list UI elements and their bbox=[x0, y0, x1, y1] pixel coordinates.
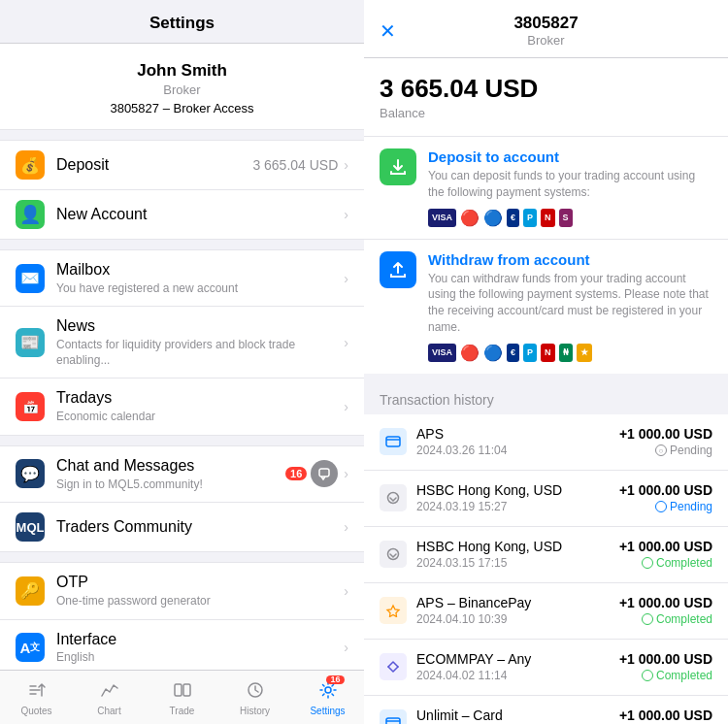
naira-icon-withdraw: ₦ bbox=[559, 344, 573, 362]
visa-icon-withdraw: VISA bbox=[428, 344, 456, 362]
profile-account: 3805827 – Broker Access bbox=[16, 101, 348, 115]
tx-dot-1 bbox=[655, 501, 667, 512]
profile-role: Broker bbox=[16, 82, 348, 97]
withdraw-payment-icons: VISA 🔴 🔵 € P N ₦ ★ bbox=[428, 344, 712, 362]
tx-content-3: APS – BinancePay 2024.04.10 10:39 bbox=[416, 595, 619, 626]
svg-rect-11 bbox=[386, 437, 400, 446]
deposit-value: 3 665.04 USD bbox=[252, 157, 338, 173]
broker-header: ✕ 3805827 Broker bbox=[364, 0, 728, 58]
menu-item-otp[interactable]: 🔑 OTP One-time password generator › bbox=[0, 563, 364, 619]
menu-item-mailbox[interactable]: ✉️ Mailbox You have registered a new acc… bbox=[0, 250, 364, 307]
tab-settings[interactable]: 16 Settings bbox=[291, 675, 364, 720]
interface-content: Interface English bbox=[56, 630, 344, 666]
svg-rect-8 bbox=[183, 684, 190, 696]
tx-content-2: HSBC Hong Kong, USD 2024.03.15 17:15 bbox=[416, 539, 619, 570]
interface-icon: A文 bbox=[16, 633, 45, 662]
chat-arrow: › bbox=[344, 466, 348, 481]
transaction-history-label: Transaction history bbox=[380, 392, 494, 408]
menu-section-1: 💰 Deposit 3 665.04 USD › 👤 New Account › bbox=[0, 140, 364, 240]
tx-right-3: +1 000.00 USD Completed bbox=[619, 595, 712, 626]
skrill-icon-deposit: S bbox=[559, 209, 573, 227]
tab-chart[interactable]: Chart bbox=[73, 675, 146, 720]
tab-trade[interactable]: Trade bbox=[146, 675, 218, 720]
settings-tab-icon: 16 bbox=[317, 679, 339, 704]
tx-dot-3 bbox=[642, 613, 653, 625]
tab-chart-label: Chart bbox=[97, 706, 120, 716]
tx-right-2: +1 000.00 USD Completed bbox=[619, 539, 712, 570]
deposit-action-icon bbox=[380, 148, 416, 185]
transaction-row-3[interactable]: APS – BinancePay 2024.04.10 10:39 +1 000… bbox=[364, 583, 728, 640]
tx-status-1: Pending bbox=[619, 500, 712, 513]
transaction-row-5[interactable]: Unlimit – Card 2024.04.02 11:13 +1 000.0… bbox=[364, 696, 728, 724]
menu-item-deposit[interactable]: 💰 Deposit 3 665.04 USD › bbox=[0, 141, 364, 190]
otp-icon: 🔑 bbox=[16, 576, 45, 606]
eu-icon-withdraw: € bbox=[507, 344, 519, 362]
chat-title: Chat and Messages bbox=[56, 456, 285, 477]
deposit-title: Deposit bbox=[56, 155, 252, 176]
transaction-row-1[interactable]: HSBC Hong Kong, USD 2024.03.19 15:27 +1 … bbox=[364, 471, 728, 527]
tab-quotes[interactable]: Quotes bbox=[0, 675, 73, 720]
menu-item-traders[interactable]: MQL Traders Community › bbox=[0, 503, 364, 551]
menu-item-new-account[interactable]: 👤 New Account › bbox=[0, 190, 364, 239]
tx-dot-4 bbox=[642, 670, 653, 681]
broker-header-text: 3805827 Broker bbox=[513, 14, 578, 48]
traders-icon: MQL bbox=[16, 512, 45, 542]
tx-date-3: 2024.04.10 10:39 bbox=[416, 612, 619, 626]
tx-icon-5 bbox=[380, 709, 407, 724]
tx-amount-1: +1 000.00 USD bbox=[619, 482, 712, 498]
settings-title: Settings bbox=[16, 14, 348, 33]
balance-card: 3 665.04 USD Balance bbox=[364, 58, 728, 137]
menu-item-chat[interactable]: 💬 Chat and Messages Sign in to MQL5.comm… bbox=[0, 446, 364, 503]
interface-arrow: › bbox=[344, 640, 348, 655]
transaction-row-2[interactable]: HSBC Hong Kong, USD 2024.03.15 17:15 +1 … bbox=[364, 527, 728, 583]
transaction-row-4[interactable]: ECOMMPAY – Any 2024.04.02 11:14 +1 000.0… bbox=[364, 640, 728, 696]
tab-history[interactable]: History bbox=[218, 675, 291, 720]
menu-item-interface[interactable]: A文 Interface English › bbox=[0, 620, 364, 670]
tx-icon-3 bbox=[380, 597, 407, 624]
transaction-row-0[interactable]: APS 2024.03.26 11:04 +1 000.00 USD ○ Pen… bbox=[364, 414, 728, 471]
left-header: Settings bbox=[0, 0, 364, 44]
gold-icon-withdraw: ★ bbox=[577, 344, 592, 362]
tx-name-1: HSBC Hong Kong, USD bbox=[416, 482, 619, 498]
transaction-section-header: Transaction history bbox=[364, 381, 728, 414]
tx-dot-2 bbox=[642, 557, 653, 569]
deposit-action-title: Deposit to account bbox=[428, 148, 712, 165]
chat-subtitle: Sign in to MQL5.community! bbox=[56, 477, 285, 493]
close-button[interactable]: ✕ bbox=[380, 19, 396, 43]
tradays-title: Tradays bbox=[56, 388, 344, 409]
new-account-content: New Account bbox=[56, 205, 344, 225]
tx-right-4: +1 000.00 USD Completed bbox=[619, 651, 712, 682]
left-panel: Settings John Smith Broker 3805827 – Bro… bbox=[0, 0, 364, 724]
visa-icon-deposit: VISA bbox=[428, 209, 456, 227]
mailbox-subtitle: You have registered a new account bbox=[56, 281, 344, 297]
tab-history-label: History bbox=[240, 706, 270, 716]
tx-content-4: ECOMMPAY – Any 2024.04.02 11:14 bbox=[416, 651, 619, 682]
tradays-arrow: › bbox=[344, 399, 348, 414]
neteller-icon-deposit: N bbox=[541, 209, 555, 227]
deposit-payment-icons: VISA 🔴 🔵 € P N S bbox=[428, 209, 712, 227]
deposit-icon: 💰 bbox=[16, 150, 45, 180]
trade-tab-icon bbox=[172, 679, 193, 704]
paypal-icon-withdraw: P bbox=[523, 344, 537, 362]
menu-item-news[interactable]: 📰 News Contacts for liquidity providers … bbox=[0, 307, 364, 378]
menu-item-tradays[interactable]: 📅 Tradays Economic calendar › bbox=[0, 378, 364, 434]
tx-right-5: +1 000.00 USD Failed bbox=[619, 708, 712, 724]
otp-arrow: › bbox=[344, 583, 348, 599]
interface-title: Interface bbox=[56, 630, 344, 650]
deposit-content: Deposit bbox=[56, 155, 252, 176]
tx-date-2: 2024.03.15 17:15 bbox=[416, 556, 619, 570]
tx-content-0: APS 2024.03.26 11:04 bbox=[416, 426, 619, 457]
balance-amount: 3 665.04 USD bbox=[380, 74, 712, 104]
tab-settings-label: Settings bbox=[310, 706, 345, 716]
deposit-action-card: Deposit to account You can deposit funds… bbox=[364, 137, 728, 240]
settings-list: 💰 Deposit 3 665.04 USD › 👤 New Account ›… bbox=[0, 130, 364, 670]
otp-content: OTP One-time password generator bbox=[56, 573, 344, 609]
tx-amount-4: +1 000.00 USD bbox=[619, 651, 712, 667]
withdraw-action-desc: You can withdraw funds from your trading… bbox=[428, 271, 712, 336]
new-account-arrow: › bbox=[344, 207, 348, 222]
tx-status-2: Completed bbox=[619, 556, 712, 570]
traders-content: Traders Community bbox=[56, 517, 344, 538]
tx-name-5: Unlimit – Card bbox=[416, 708, 619, 723]
new-account-icon: 👤 bbox=[16, 200, 45, 229]
broker-id: 3805827 bbox=[513, 14, 578, 33]
